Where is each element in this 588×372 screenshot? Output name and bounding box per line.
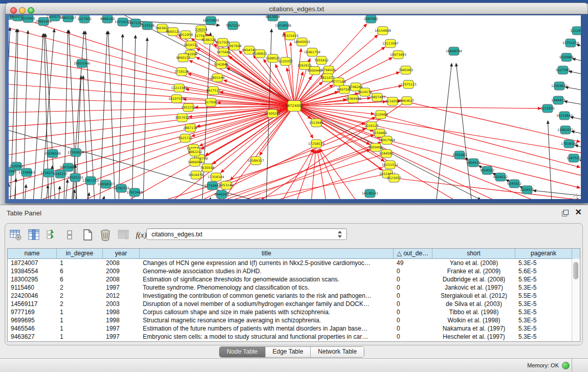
column-header-in_degree[interactable]: in_degree xyxy=(57,249,103,259)
graph-node-label: 18300295 xyxy=(264,112,280,115)
table-cell: 6 xyxy=(57,275,103,283)
table-cell: 5.3E-5 xyxy=(515,316,572,324)
table-row[interactable]: 1872400712008Changes of HCN gene express… xyxy=(8,259,580,267)
graph-node-label: 9890157 xyxy=(176,56,190,59)
table-row[interactable]: 946554611997Estimation of the future num… xyxy=(8,324,580,333)
graph-edge xyxy=(565,87,581,92)
scrollbar-thumb[interactable] xyxy=(573,262,578,279)
citation-network-graph[interactable]: 7663822966012589129541654331234200498901… xyxy=(9,15,581,199)
column-header-name[interactable]: name xyxy=(8,249,57,259)
table-cell: 1998 xyxy=(103,308,140,316)
graph-node-label: 9184087 xyxy=(379,151,394,155)
graph-node-label: 8220357 xyxy=(278,59,293,63)
graph-node-label: 8215935 xyxy=(540,106,555,110)
table-row[interactable]: 946362711997Embryonic stem cells: a mode… xyxy=(8,333,580,341)
table-cell: 0 xyxy=(394,275,432,283)
graph-edge xyxy=(573,59,581,63)
window-titlebar[interactable]: citations_edges.txt xyxy=(5,3,588,14)
delete-table-button[interactable] xyxy=(99,228,112,242)
graph-node-label: 2367608 xyxy=(227,44,242,48)
graph-node-label: 20691406 xyxy=(35,19,52,23)
graph-node-label: 18957968 xyxy=(379,138,395,142)
table-cell: 1 xyxy=(57,333,103,341)
graph-node-label: 17016504 xyxy=(561,142,577,145)
column-header-short[interactable]: short xyxy=(432,249,515,259)
tab-network-table[interactable]: Network Table xyxy=(311,347,364,357)
table-cell: Structural magnetic resonance image aver… xyxy=(140,316,394,324)
table-cell: 2003 xyxy=(103,300,140,308)
table-settings-button[interactable] xyxy=(9,228,23,242)
table-gear-icon xyxy=(10,230,21,240)
column-header-title[interactable]: title xyxy=(140,249,394,259)
graph-node-label: 1904532 xyxy=(466,161,481,164)
graph-node-label: 1482212 xyxy=(188,150,202,154)
table-row[interactable]: 977716911998Corpus callosum shape and si… xyxy=(8,308,580,316)
table-cell: Hescheler et al. (1997) xyxy=(432,333,515,341)
graph-node-label: 3057031 xyxy=(175,116,189,119)
tab-edge-table[interactable]: Edge Table xyxy=(266,347,311,357)
graph-edge xyxy=(575,145,581,150)
table-cell: Corpus callosum shape and size in male p… xyxy=(140,308,394,316)
graph-node-label: 14138141 xyxy=(362,191,378,195)
column-header-year[interactable]: year xyxy=(103,249,140,259)
table-cell: Tourette syndrome. Phenomenology and cla… xyxy=(140,283,394,292)
table-cell: 1 xyxy=(57,316,103,324)
graph-node-label: 10655287 xyxy=(60,16,76,19)
tab-node-table[interactable]: Node Table xyxy=(220,347,266,357)
table-cell: 5.3E-5 xyxy=(515,308,572,316)
graph-edge xyxy=(381,115,580,167)
graph-node-label: 3915945 xyxy=(9,169,16,173)
graph-node-label: 1588520 xyxy=(266,56,280,60)
table-cell: 2 xyxy=(57,300,103,308)
table-cell: 2009 xyxy=(103,267,140,275)
select-column-button[interactable] xyxy=(27,228,40,242)
graph-edge xyxy=(46,185,48,199)
graph-node-label: 20364486 xyxy=(345,97,361,100)
table-cell: Jankovic et al. (1997) xyxy=(432,283,515,292)
table-cell: 0 xyxy=(394,333,432,341)
status-bar: Memory: OK xyxy=(0,358,588,372)
graph-node-label: 8912954 xyxy=(179,33,193,36)
table-row[interactable]: 1830029562008Estimation of significance … xyxy=(8,275,580,283)
vertical-scrollbar[interactable] xyxy=(572,259,580,341)
table-cell: 1997 xyxy=(103,324,140,333)
graph-node-label: 3475685 xyxy=(216,50,231,54)
float-panel-icon[interactable] xyxy=(562,210,569,216)
table-row[interactable]: 1938455462009Genome-wide association stu… xyxy=(8,267,580,275)
graph-node-label: 1220469 xyxy=(374,113,388,116)
graph-edge xyxy=(209,198,211,199)
table-cell: 9115460 xyxy=(8,283,57,292)
column-header-pagerank[interactable]: pagerank xyxy=(515,249,572,259)
graph-node-label: 10584317 xyxy=(248,159,264,162)
table-cell: 0 xyxy=(394,308,432,316)
graph-node-label: 917006 xyxy=(205,100,217,104)
graph-node-label: 7485063 xyxy=(399,68,413,72)
table-row[interactable]: 2242004622012Investigating the contribut… xyxy=(8,292,580,300)
table-selector-dropdown[interactable]: citations_edges.txt xyxy=(146,228,347,240)
close-panel-icon[interactable]: ✕ xyxy=(575,208,582,217)
resize-grip[interactable] xyxy=(573,193,579,199)
column-visibility-button[interactable] xyxy=(45,228,58,242)
table-cell: 5.3E-5 xyxy=(515,333,572,341)
table-row[interactable]: 969969511998Structural magnetic resonanc… xyxy=(8,316,580,324)
table-cell: 1997 xyxy=(103,333,140,341)
table-row[interactable]: 911546021997Tourette syndrome. Phenomeno… xyxy=(8,283,580,292)
table-cell: Estimation of significance thresholds fo… xyxy=(140,275,394,283)
graph-edge xyxy=(569,71,581,76)
graph-edge xyxy=(572,132,581,136)
table-cell: 18724007 xyxy=(8,259,57,267)
fx-icon: f(x) xyxy=(136,231,147,239)
column-header-out_de[interactable]: △ out_de… xyxy=(394,249,432,259)
table-tabs: Node TableEdge TableNetwork Table xyxy=(219,346,364,358)
table-cell: 1997 xyxy=(103,283,140,292)
table-row[interactable]: 1456911722003Disruption of a novel membe… xyxy=(8,300,580,308)
new-table-button[interactable] xyxy=(81,228,94,242)
graph-node-label: 8944263 xyxy=(214,192,229,196)
network-canvas[interactable]: 7663822966012589129541654331234200498901… xyxy=(9,15,581,199)
graph-node-label: 16648784 xyxy=(446,49,462,53)
graph-node-label: 29053346 xyxy=(74,61,90,65)
new-file-icon xyxy=(84,230,92,240)
graph-node-label: 17957253 xyxy=(82,179,99,182)
row-height-button[interactable] xyxy=(63,228,76,242)
table-toolbar: f(x) xyxy=(9,227,148,243)
